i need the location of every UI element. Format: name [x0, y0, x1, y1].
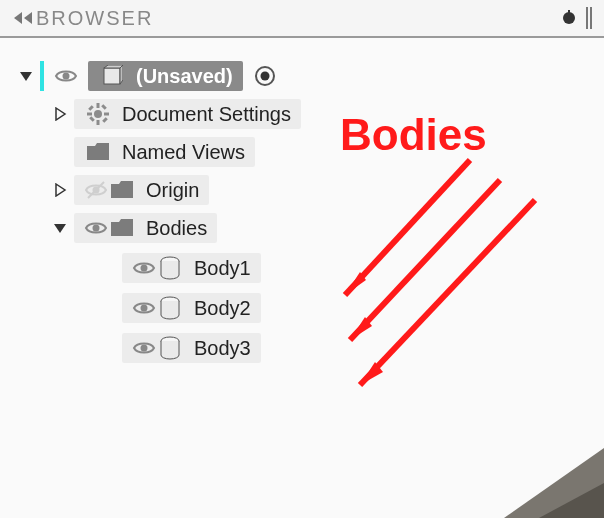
svg-rect-10 — [104, 113, 109, 116]
visibility-toggle[interactable] — [84, 216, 108, 240]
collapse-panel-button[interactable] — [10, 8, 36, 28]
tree-item-label: Body1 — [194, 257, 251, 280]
tree-item-label: Body2 — [194, 297, 251, 320]
tree-item-body[interactable]: Body3 — [0, 330, 604, 366]
visibility-off-icon[interactable] — [84, 178, 108, 202]
tree-item-body[interactable]: Body1 — [0, 250, 604, 286]
gear-icon — [84, 102, 112, 126]
browser-panel-title: BROWSER — [36, 7, 153, 30]
component-icon — [98, 64, 126, 88]
svg-rect-7 — [97, 103, 100, 108]
expand-toggle[interactable] — [52, 106, 68, 122]
tree-item-bodies-folder[interactable]: Bodies — [0, 210, 604, 246]
body-chip[interactable]: Body1 — [122, 253, 261, 283]
panel-pin-button[interactable] — [560, 9, 578, 27]
visibility-toggle[interactable] — [132, 336, 156, 360]
visibility-toggle[interactable] — [132, 296, 156, 320]
folder-icon — [108, 216, 136, 240]
svg-rect-1 — [568, 10, 570, 14]
svg-point-20 — [141, 305, 148, 312]
expand-toggle-bodies[interactable] — [52, 220, 68, 236]
body-chip[interactable]: Body2 — [122, 293, 261, 323]
bodies-chip[interactable]: Bodies — [74, 213, 217, 243]
tree-item-label: Body3 — [194, 337, 251, 360]
doc-settings-chip[interactable]: Document Settings — [74, 99, 301, 129]
tree-item-label: Bodies — [146, 217, 207, 240]
body-icon — [156, 336, 184, 360]
visibility-toggle[interactable] — [132, 256, 156, 280]
tree-item-label: Document Settings — [122, 103, 291, 126]
panel-drag-handle[interactable] — [586, 7, 594, 29]
root-component-label: (Unsaved) — [136, 65, 233, 88]
svg-rect-13 — [101, 104, 107, 110]
browser-panel-header: BROWSER — [0, 0, 604, 38]
annotation-label: Bodies — [340, 110, 487, 160]
named-views-chip[interactable]: Named Views — [74, 137, 255, 167]
tree-item-label: Named Views — [122, 141, 245, 164]
svg-rect-9 — [87, 113, 92, 116]
root-component-chip[interactable]: (Unsaved) — [88, 61, 243, 91]
viewport-edge-decoration — [484, 448, 604, 518]
svg-point-5 — [260, 72, 269, 81]
svg-point-22 — [141, 345, 148, 352]
expand-toggle-root[interactable] — [18, 68, 34, 84]
body-icon — [156, 256, 184, 280]
active-indicator — [40, 61, 44, 91]
folder-icon — [84, 140, 112, 164]
origin-chip[interactable]: Origin — [74, 175, 209, 205]
activate-component-radio[interactable] — [253, 64, 277, 88]
expand-toggle[interactable] — [52, 182, 68, 198]
body-icon — [156, 296, 184, 320]
tree-item-named-views[interactable]: Named Views — [0, 134, 604, 170]
svg-rect-14 — [89, 116, 95, 122]
svg-point-2 — [63, 73, 70, 80]
tree-item-label: Origin — [146, 179, 199, 202]
visibility-toggle-root[interactable] — [54, 64, 78, 88]
svg-rect-12 — [102, 117, 108, 123]
svg-rect-8 — [97, 120, 100, 125]
spacer — [52, 144, 68, 160]
tree-item-origin[interactable]: Origin — [0, 172, 604, 208]
tree-item-document-settings[interactable]: Document Settings — [0, 96, 604, 132]
svg-rect-3 — [104, 68, 120, 84]
svg-point-18 — [141, 265, 148, 272]
tree-root-row[interactable]: (Unsaved) — [0, 58, 604, 94]
svg-line-16 — [88, 182, 104, 198]
folder-icon — [108, 178, 136, 202]
body-chip[interactable]: Body3 — [122, 333, 261, 363]
browser-tree: (Unsaved) Document Settings Named Views — [0, 38, 604, 366]
svg-point-6 — [94, 110, 102, 118]
svg-rect-11 — [88, 105, 94, 111]
svg-point-17 — [93, 225, 100, 232]
tree-item-body[interactable]: Body2 — [0, 290, 604, 326]
